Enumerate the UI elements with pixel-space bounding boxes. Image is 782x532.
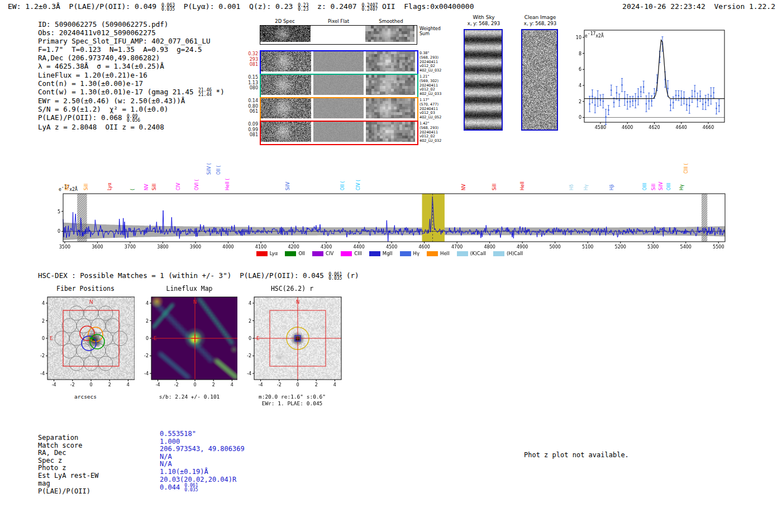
info-line: S/N = 6.9(±1.2) χ² = 1.0(±0.0) [38,105,225,113]
text: P(Lyα): 0.001 Q(z): 0.23 [175,2,297,11]
line-label-civ: CIV ( [356,180,361,190]
with-sky-title: With Sky x, y: 568, 293 [462,15,505,27]
weight-value: 081 [244,132,258,138]
info-line: Cont(n) = 1.30(±0.00)e-17 [38,79,225,88]
line-label-nv: NV [144,184,149,190]
match-table-row: Spec zN/A [38,457,245,465]
annotation-line: 402_LU_033 [419,92,447,97]
line-label-civ: CIV [176,183,181,190]
match-table-row: mag20.03(20.02,20.04)R [38,480,245,488]
text: 1.000 [160,438,180,445]
annotation-line: 402_LU_032 [419,69,447,73]
text: OII Flags:0x00400000 [378,2,474,11]
legend-swatch [285,251,296,256]
stacked-uncertainty: 0.24070.2407 [361,3,378,12]
spec2d-row-weights: 0.140.80061 [244,98,258,114]
spec2d-row-annotation: 0.38"(568, 293)20240411v012_02402_LU_032 [419,51,447,73]
text: P(LAE)/P(OII): 0.068 [38,113,126,122]
inset-flux-scale-label: e-17x2Å [585,31,604,39]
legend-swatch [457,251,468,256]
hsc-match-summary: HSC-DEX : Possible Matches = 1 (within +… [38,271,359,281]
stacked-uncertainty: 0.090.056 [127,114,140,123]
legend-item: CIV [312,251,333,256]
legend-item: (H)CaII [493,251,523,256]
line-label-oii: OII ( [216,165,221,175]
weight-value: 0.32 [244,51,258,57]
clean-image-coords: x, y: 568, 293 [519,21,561,27]
line-label-ly: Lyα [107,183,112,190]
line-label-oiii: OIII [642,183,647,190]
spec2d-strip-canvas [313,122,364,142]
spec2d-strip-canvas [261,122,311,142]
match-table: Separation0.553518"Match score1.000RA, D… [38,434,245,496]
spec2d-row [260,25,417,45]
weight-value: 293 [244,57,258,63]
header-summary: EW: 1.2±0.3Å P(LAE)/P(OII): 0.049 0.0630… [8,2,474,12]
spec2d-row-annotation: 1.42"(568, 293)20240411v012_02402_LU_032 [419,122,447,143]
col-header-2d-spec: 2D Spec [260,18,310,24]
clean-image [521,29,558,131]
match-row-value: N/A [160,460,172,468]
spec2d-strip-canvas [366,75,415,95]
match-row-value: N/A [160,453,172,461]
legend-swatch [427,251,438,256]
lower-value: 0.056 [127,118,140,123]
legend-label: (H)CaII [507,251,523,256]
weight-value: 080 [244,85,258,91]
legend-label: Hγ [413,251,419,256]
legend-swatch [312,251,323,256]
clean-image-title: Clean Image x, y: 568, 293 [519,15,561,27]
cutout-panel-2: HSC(26.2) rm:20.0 re:1.6" s:0.6"EWr: 1. … [235,284,350,412]
spec2d-strip-canvas [366,122,415,142]
text: EW: 1.2±0.3Å P(LAE)/P(OII): 0.049 [8,2,161,11]
info-line: Primary Spec_Slot_IFU_AMP: 402_077_061_L… [38,37,225,45]
spec2d-row [260,50,418,75]
spec2d-strip-canvas [261,98,311,118]
line-label-siiv: SiIV [659,182,664,190]
cutout-title: Fiber Positions [28,285,143,293]
annotation-line: 402_LU_052 [419,116,447,120]
legend-label: MgII [383,251,393,256]
spec2d-row-weights: 0.151.13080 [244,75,258,91]
text: Cont(w) = 1.30(±0.01)e-17 (gmag 21.45 [38,88,198,96]
spec2d-strip-canvas [366,98,415,118]
text: HSC-DEX : Possible Matches = 1 (within +… [38,271,328,280]
text: 0.553518" [160,430,196,438]
stacked-uncertainty: 0.0610.035 [184,483,198,492]
line-label-nv: NV [65,184,70,190]
match-row-value: 1.10(±0.19)Å [160,468,208,476]
text: x2Å [595,33,603,39]
lower-value: 21.44 [198,93,212,97]
legend-item: CIII [341,251,361,256]
line-label-ovi: OVI ( [194,179,199,190]
weight-value: 061 [244,109,258,114]
cutout-sublabel: s/b: 2.24 +/- 0.101 [132,394,247,400]
legend-swatch [256,251,268,256]
line-label-siiv: SiIV [285,182,290,190]
lower-value: 0.23 [298,7,308,12]
text: Primary Spec_Slot_IFU_AMP: 402_077_061_L… [38,37,211,45]
spec2d-row-annotation: 1.21"(569, 302)20240411v012_02402_LU_033 [419,75,447,97]
col-header-pixel-flat: Pixel Flat [313,18,364,24]
info-line: λ = 4625.38Å σ = 1.34(±0.25)Å [38,62,225,70]
match-row-label: Photo z [38,464,160,472]
match-row-value: 0.044 0.0610.035 [160,483,198,491]
match-row-value: 1.000 [160,438,180,445]
info-line: RA,Dec (206.973740,49.806282) [38,54,225,62]
header-timestamp: 2024-10-26 22:23:42 Version 1.22.2 [622,2,775,11]
spec2d-strip-canvas [261,51,311,71]
legend-item: (K)CaII [457,251,486,256]
match-row-label: Separation [38,434,160,442]
legend-item: HeII [427,251,450,256]
cutout-sublabel: EWr: 1. PLAE: 0.045 [235,400,350,406]
text: N/A [160,460,172,468]
text: (r) [342,271,359,280]
info-line: ID: 5090062275 (5090062275.pdf) [38,20,225,28]
spec2d-row [260,121,418,145]
legend-item: MgII [369,251,393,256]
spec2d-strip-canvas [313,75,364,95]
spec2d-row [260,74,418,98]
text: 0.044 [160,483,184,491]
match-row-value: 20.03(20.02,20.04)R [160,476,236,483]
legend-label: CIII [354,251,361,256]
